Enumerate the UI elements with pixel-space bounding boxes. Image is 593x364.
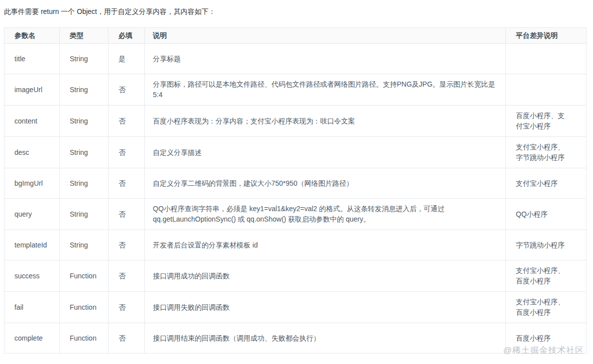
cell-type: String bbox=[60, 168, 109, 199]
intro-text: 此事件需要 return 一个 Object，用于自定义分享内容，其内容如下： bbox=[4, 6, 216, 17]
column-header-required: 必填 bbox=[109, 28, 145, 44]
table-row: imageUrl String 否 分享图标，路径可以是本地文件路径、代码包文件… bbox=[4, 74, 587, 106]
cell-description: 分享标题 bbox=[145, 44, 506, 74]
table-row: query String 否 QQ小程序查询字符串，必须是 key1=val1&… bbox=[4, 199, 587, 230]
cell-type: String bbox=[60, 106, 109, 137]
cell-description: 接口调用成功的回调函数 bbox=[145, 260, 506, 292]
cell-required: 否 bbox=[109, 74, 145, 106]
cell-platform-diff: 百度小程序 bbox=[506, 323, 587, 354]
cell-required: 否 bbox=[109, 168, 145, 199]
column-header-description: 说明 bbox=[145, 28, 506, 44]
cell-description: 百度小程序表现为：分享内容；支付宝小程序表现为：吱口令文案 bbox=[145, 106, 506, 137]
cell-param-name: title bbox=[4, 44, 60, 74]
cell-required: 否 bbox=[109, 199, 145, 230]
cell-description: 开发者后台设置的分享素材模板 id bbox=[145, 230, 506, 260]
cell-param-name: templateId bbox=[4, 230, 60, 260]
cell-platform-diff: 支付宝小程序、字节跳动小程序 bbox=[506, 137, 587, 168]
cell-required: 否 bbox=[109, 106, 145, 137]
table-header: 参数名 类型 必填 说明 平台差异说明 bbox=[4, 28, 587, 44]
cell-description: 接口调用失败的回调函数 bbox=[145, 292, 506, 323]
table-body: title String 是 分享标题 imageUrl String 否 分享… bbox=[4, 44, 587, 354]
table-row: title String 是 分享标题 bbox=[4, 44, 587, 74]
cell-required: 否 bbox=[109, 323, 145, 354]
cell-description: 接口调用结束的回调函数（调用成功、失败都会执行） bbox=[145, 323, 506, 354]
cell-description: QQ小程序查询字符串，必须是 key1=val1&key2=val2 的格式。从… bbox=[145, 199, 506, 230]
cell-param-name: complete bbox=[4, 323, 60, 354]
cell-description: 自定义分享描述 bbox=[145, 137, 506, 168]
cell-platform-diff: QQ小程序 bbox=[506, 199, 587, 230]
cell-platform-diff: 字节跳动小程序 bbox=[506, 230, 587, 260]
cell-platform-diff: 百度小程序、支付宝小程序 bbox=[506, 106, 587, 137]
cell-description: 分享图标，路径可以是本地文件路径、代码包文件路径或者网络图片路径。支持PNG及J… bbox=[145, 74, 506, 106]
cell-type: String bbox=[60, 74, 109, 106]
cell-required: 否 bbox=[109, 292, 145, 323]
column-header-platform-diff: 平台差异说明 bbox=[506, 28, 587, 44]
parameters-table: 参数名 类型 必填 说明 平台差异说明 title String 是 分享标题 … bbox=[4, 27, 587, 354]
cell-required: 是 bbox=[109, 44, 145, 74]
cell-param-name: success bbox=[4, 260, 60, 292]
cell-type: Function bbox=[60, 292, 109, 323]
table-row: success Function 否 接口调用成功的回调函数 支付宝小程序、百度… bbox=[4, 260, 587, 292]
table-header-row: 参数名 类型 必填 说明 平台差异说明 bbox=[4, 28, 587, 44]
cell-type: Function bbox=[60, 260, 109, 292]
cell-param-name: query bbox=[4, 199, 60, 230]
cell-param-name: imageUrl bbox=[4, 74, 60, 106]
cell-param-name: fail bbox=[4, 292, 60, 323]
cell-description: 自定义分享二维码的背景图，建议大小750*950（网络图片路径） bbox=[145, 168, 506, 199]
cell-param-name: content bbox=[4, 106, 60, 137]
cell-platform-diff: 支付宝小程序、百度小程序 bbox=[506, 260, 587, 292]
table-row: complete Function 否 接口调用结束的回调函数（调用成功、失败都… bbox=[4, 323, 587, 354]
cell-platform-diff bbox=[506, 44, 587, 74]
table-row: templateId String 否 开发者后台设置的分享素材模板 id 字节… bbox=[4, 230, 587, 260]
cell-type: String bbox=[60, 44, 109, 74]
cell-platform-diff: 支付宝小程序、百度小程序 bbox=[506, 292, 587, 323]
column-header-type: 类型 bbox=[60, 28, 109, 44]
table-row: content String 否 百度小程序表现为：分享内容；支付宝小程序表现为… bbox=[4, 106, 587, 137]
cell-required: 否 bbox=[109, 137, 145, 168]
table-row: fail Function 否 接口调用失败的回调函数 支付宝小程序、百度小程序 bbox=[4, 292, 587, 323]
cell-required: 否 bbox=[109, 230, 145, 260]
cell-type: String bbox=[60, 199, 109, 230]
column-header-param-name: 参数名 bbox=[4, 28, 60, 44]
cell-type: String bbox=[60, 137, 109, 168]
cell-platform-diff bbox=[506, 74, 587, 106]
cell-param-name: desc bbox=[4, 137, 60, 168]
cell-platform-diff: 支付宝小程序 bbox=[506, 168, 587, 199]
cell-required: 否 bbox=[109, 260, 145, 292]
table-row: bgImgUrl String 否 自定义分享二维码的背景图，建议大小750*9… bbox=[4, 168, 587, 199]
table-row: desc String 否 自定义分享描述 支付宝小程序、字节跳动小程序 bbox=[4, 137, 587, 168]
cell-param-name: bgImgUrl bbox=[4, 168, 60, 199]
cell-type: Function bbox=[60, 323, 109, 354]
cell-type: String bbox=[60, 230, 109, 260]
docs-page: 此事件需要 return 一个 Object，用于自定义分享内容，其内容如下： … bbox=[0, 0, 593, 364]
